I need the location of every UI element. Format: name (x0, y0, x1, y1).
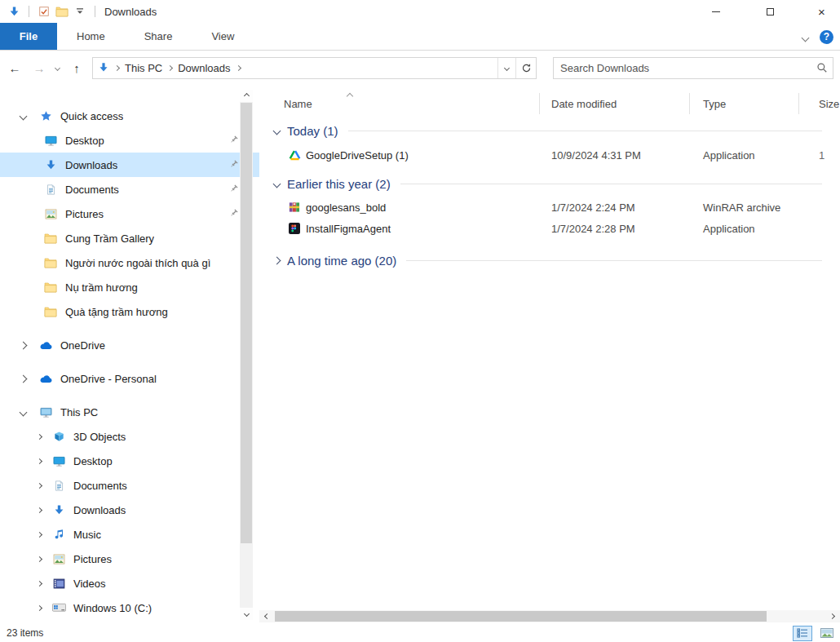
sidebar-item-3d-objects[interactable]: 3D Objects (0, 424, 259, 449)
breadcrumb-downloads[interactable]: Downloads (178, 62, 230, 74)
tab-file[interactable]: File (0, 23, 57, 50)
help-button[interactable]: ? (820, 30, 833, 44)
sidebar-item-pc-desktop[interactable]: Desktop (0, 449, 259, 473)
chevron-right-icon[interactable] (36, 531, 42, 537)
qat-properties-button[interactable] (35, 2, 53, 20)
chevron-right-icon (114, 64, 120, 70)
sidebar-item-downloads[interactable]: Downloads (0, 153, 259, 177)
group-header-today[interactable]: Today (1) (259, 119, 840, 142)
tab-view[interactable]: View (192, 23, 254, 50)
close-button[interactable]: × (803, 0, 840, 23)
thumbnail-view-button[interactable] (817, 626, 837, 641)
downloads-icon (51, 504, 67, 516)
sidebar-item-label: Downloads (65, 159, 117, 171)
sidebar-item-videos[interactable]: Videos (0, 571, 259, 596)
sidebar-item-pc-downloads[interactable]: Downloads (0, 498, 259, 522)
breadcrumb-this-pc[interactable]: This PC (125, 62, 162, 74)
tab-share[interactable]: Share (125, 23, 192, 50)
address-dropdown-button[interactable] (497, 58, 515, 78)
help-icon: ? (824, 31, 829, 42)
column-header-name[interactable]: Name (259, 93, 540, 114)
chevron-right-icon[interactable] (19, 374, 27, 383)
chevron-right-icon (829, 613, 835, 619)
desktop-icon (42, 135, 59, 147)
chevron-right-icon[interactable] (36, 433, 42, 439)
address-bar[interactable]: This PC Downloads (92, 57, 537, 79)
scroll-left-button[interactable] (261, 610, 273, 622)
sidebar-item-pc-documents[interactable]: Documents (0, 473, 259, 498)
breadcrumb: This PC Downloads (93, 58, 497, 78)
file-type: Application (690, 149, 799, 162)
sidebar-item-nu-tram-huong[interactable]: Nụ trầm hương (0, 275, 259, 299)
sidebar-item-music[interactable]: Music (0, 522, 259, 547)
sidebar-item-cung-tram-gallery[interactable]: Cung Trầm Gallery (0, 226, 259, 250)
forward-button[interactable]: → (31, 61, 47, 75)
scroll-down-button[interactable] (240, 608, 253, 620)
sidebar-item-onedrive-personal[interactable]: OneDrive - Personal (0, 366, 259, 391)
chevron-right-icon[interactable] (19, 341, 27, 349)
column-header-type[interactable]: Type (690, 93, 799, 114)
sidebar-item-desktop[interactable]: Desktop (0, 128, 259, 153)
scroll-right-button[interactable] (826, 610, 838, 622)
sidebar-item-this-pc[interactable]: This PC (0, 400, 259, 424)
column-header-size[interactable]: Size (799, 93, 840, 114)
sidebar-item-pc-pictures[interactable]: Pictures (0, 547, 259, 571)
chevron-down-icon[interactable] (19, 112, 27, 120)
qat-new-folder-button[interactable] (53, 2, 71, 20)
pin-icon (229, 209, 238, 218)
chevron-right-icon[interactable] (36, 482, 42, 488)
details-view-icon (797, 628, 808, 638)
ribbon-collapse-button[interactable] (802, 31, 808, 43)
column-header-date-modified[interactable]: Date modified (540, 93, 690, 114)
sidebar-item-label: This PC (60, 406, 98, 418)
group-header-a-long-time-ago[interactable]: A long time ago (20) (259, 249, 840, 272)
sidebar-item-nguoi-nuoc-ngoai[interactable]: Người nước ngoài thích quà gì (0, 250, 259, 275)
details-view-button[interactable] (793, 626, 812, 641)
chevron-right-icon[interactable] (36, 507, 42, 512)
back-button[interactable]: ← (7, 61, 23, 75)
sidebar-scrollbar[interactable] (240, 90, 253, 620)
chevron-right-icon[interactable] (36, 604, 42, 610)
scroll-up-button[interactable] (240, 90, 253, 102)
tab-home[interactable]: Home (57, 23, 125, 50)
content-area: Quick access Desktop Downloads (0, 85, 840, 624)
chevron-right-icon[interactable] (36, 458, 42, 463)
sidebar-item-qua-tang-tram-huong[interactable]: Quà tặng trầm hương (0, 299, 259, 324)
sidebar-item-quick-access[interactable]: Quick access (0, 104, 259, 128)
sidebar-item-windows-c-drive[interactable]: Windows 10 (C:) (0, 596, 259, 620)
computer-icon (38, 406, 54, 418)
search-icon (816, 62, 828, 73)
file-row-googlesans-bold[interactable]: googlesans_bold 1/7/2024 2:24 PM WinRAR … (259, 197, 840, 218)
file-row-installfigmaagent[interactable]: InstallFigmaAgent 1/7/2024 2:28 PM Appli… (259, 218, 840, 239)
refresh-button[interactable] (515, 58, 536, 78)
sidebar-item-onedrive[interactable]: OneDrive (0, 333, 259, 357)
pin-icon (229, 135, 238, 144)
chevron-down-icon[interactable] (19, 408, 27, 416)
search-input[interactable] (554, 62, 811, 74)
file-date-modified: 10/9/2024 4:31 PM (540, 149, 690, 162)
group-label: Earlier this year (2) (287, 177, 391, 191)
divider (95, 6, 95, 17)
file-explorer-window: Downloads × File Home Share View ? ← → ↑ (0, 0, 840, 642)
group-header-earlier-this-year[interactable]: Earlier this year (2) (259, 172, 840, 195)
qat-customize-button[interactable] (71, 2, 89, 20)
scrollbar-thumb[interactable] (241, 103, 252, 543)
recent-locations-button[interactable] (51, 66, 63, 70)
chevron-right-icon[interactable] (36, 556, 42, 561)
maximize-button[interactable] (752, 0, 789, 23)
music-icon (51, 529, 67, 540)
scrollbar-thumb[interactable] (275, 611, 767, 622)
file-row-googledrivesetup[interactable]: GoogleDriveSetup (1) 10/9/2024 4:31 PM A… (259, 144, 840, 166)
location-downloads-icon (98, 62, 109, 73)
sidebar-item-documents[interactable]: Documents (0, 177, 259, 201)
chevron-right-icon[interactable] (36, 580, 42, 586)
customize-caret-icon (76, 7, 84, 15)
up-button[interactable]: ↑ (69, 61, 85, 75)
horizontal-scrollbar[interactable] (259, 610, 840, 622)
sidebar-item-label: Quà tặng trầm hương (65, 306, 168, 318)
chevron-up-icon (243, 93, 249, 99)
folder-icon (42, 257, 59, 268)
minimize-button[interactable] (697, 0, 734, 23)
search-button[interactable] (811, 62, 833, 73)
sidebar-item-pictures[interactable]: Pictures (0, 201, 259, 226)
